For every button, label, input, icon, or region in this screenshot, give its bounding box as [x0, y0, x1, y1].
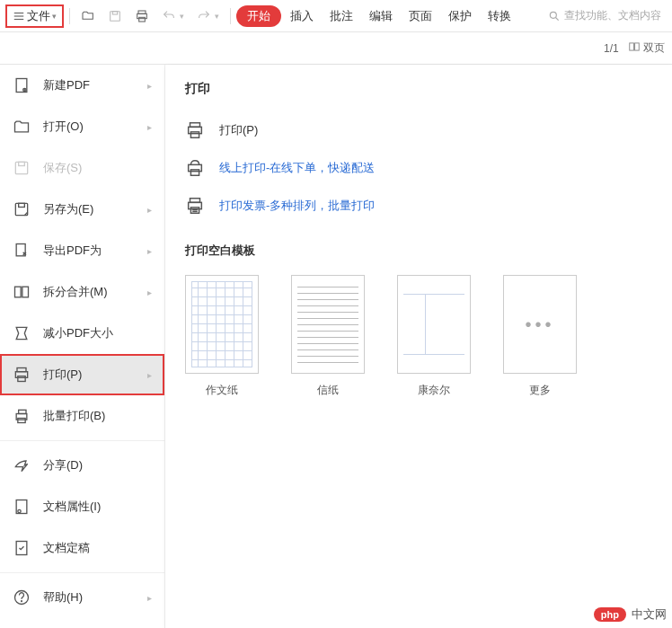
dual-page-icon: [628, 40, 641, 53]
chevron-right-icon: ▸: [147, 246, 152, 256]
tab-comment[interactable]: 批注: [323, 4, 360, 28]
template-thumb: [185, 275, 259, 374]
menu-print[interactable]: 打印(P) ▸: [0, 354, 164, 395]
redo-icon: [197, 9, 211, 23]
menu-export-pdf[interactable]: 导出PDF为 ▸: [0, 230, 164, 271]
menu-save: 保存(S): [0, 147, 164, 189]
template-composition[interactable]: 作文纸: [185, 275, 259, 398]
chevron-right-icon: ▸: [147, 81, 152, 91]
more-icon: •••: [525, 314, 554, 335]
menu-doc-props[interactable]: 文档属性(I): [0, 486, 164, 527]
chevron-down-icon: ▾: [180, 12, 184, 21]
tab-insert[interactable]: 插入: [283, 4, 321, 28]
online-print-action[interactable]: 线上打印-在线下单，快递配送: [185, 149, 652, 187]
save-icon: [108, 9, 122, 23]
main-area: 新建PDF ▸ 打开(O) ▸ 保存(S) 另存为(E) ▸ 导出PDF为 ▸ …: [0, 65, 672, 628]
chevron-right-icon: ▸: [147, 205, 152, 215]
chevron-right-icon: ▸: [147, 122, 152, 132]
chevron-down-icon: ▾: [215, 12, 219, 21]
menu-reduce-size[interactable]: 减小PDF大小: [0, 313, 164, 354]
tab-page[interactable]: 页面: [402, 4, 439, 28]
save-as-icon: [13, 200, 31, 218]
hamburger-icon: [13, 10, 25, 22]
share-icon: [13, 456, 31, 474]
menu-batch-print[interactable]: 批量打印(B): [0, 395, 164, 437]
menu-separator: [0, 572, 164, 573]
watermark-badge: php: [594, 607, 626, 622]
svg-rect-25: [18, 376, 25, 382]
split-merge-icon: [13, 283, 31, 301]
print-icon: [185, 120, 205, 140]
view-mode-button[interactable]: 双页: [628, 40, 665, 56]
redo-button[interactable]: ▾: [191, 5, 225, 27]
template-list: 作文纸 信纸 康奈尔 ••• 更多: [185, 275, 652, 398]
search-icon: [548, 10, 561, 22]
chevron-right-icon: ▸: [147, 370, 152, 380]
invoice-print-icon: [185, 196, 205, 216]
help-icon: [13, 588, 31, 606]
tab-convert[interactable]: 转换: [481, 4, 518, 28]
watermark-text: 中文网: [632, 606, 667, 623]
template-cornell[interactable]: 康奈尔: [397, 275, 471, 398]
svg-line-9: [556, 17, 559, 20]
tab-protect[interactable]: 保护: [441, 4, 479, 28]
menu-new-pdf[interactable]: 新建PDF ▸: [0, 65, 164, 106]
print-panel-heading: 打印: [185, 81, 652, 97]
folder-icon: [13, 118, 31, 136]
svg-rect-16: [15, 162, 27, 173]
save-icon: [13, 159, 31, 177]
svg-rect-27: [19, 410, 26, 413]
properties-icon: [13, 498, 31, 516]
template-heading: 打印空白模板: [185, 243, 652, 259]
chevron-right-icon: ▸: [147, 593, 152, 603]
menu-open[interactable]: 打开(O) ▸: [0, 106, 164, 147]
search-box[interactable]: 查找功能、文档内容: [543, 8, 667, 23]
svg-rect-19: [19, 203, 25, 207]
undo-button[interactable]: ▾: [156, 5, 190, 27]
menu-finalize[interactable]: 文档定稿: [0, 527, 164, 569]
template-letter[interactable]: 信纸: [291, 275, 365, 398]
svg-rect-11: [634, 43, 639, 50]
page-indicator: 1/1: [604, 42, 619, 55]
open-button[interactable]: [75, 5, 101, 27]
folder-open-icon: [81, 9, 95, 23]
template-thumb: •••: [503, 275, 577, 374]
template-thumb: [291, 275, 365, 374]
svg-point-30: [18, 509, 21, 512]
print-action[interactable]: 打印(P): [185, 111, 652, 149]
sub-toolbar: 1/1 双页: [0, 32, 672, 65]
menu-share[interactable]: 分享(D): [0, 445, 164, 486]
menu-save-as[interactable]: 另存为(E) ▸: [0, 189, 164, 230]
print-submenu-panel: 打印 打印(P) 线上打印-在线下单，快递配送 打印发票-多种排列，批量打印 打…: [165, 65, 672, 628]
online-print-label: 线上打印-在线下单，快递配送: [219, 160, 375, 176]
watermark: php 中文网: [594, 606, 667, 623]
save-button[interactable]: [102, 5, 128, 27]
print-button[interactable]: [129, 5, 155, 27]
menu-separator: [0, 440, 164, 441]
print-icon: [13, 366, 31, 384]
menu-settings[interactable]: 设置(E) ▸: [0, 618, 164, 628]
template-thumb: [397, 275, 471, 374]
svg-rect-39: [190, 170, 199, 175]
finalize-icon: [13, 539, 31, 557]
invoice-print-action[interactable]: 打印发票-多种排列，批量打印: [185, 187, 652, 225]
svg-rect-28: [18, 419, 25, 423]
template-more[interactable]: ••• 更多: [503, 275, 577, 398]
file-menu-trigger[interactable]: 文件 ▾: [5, 4, 64, 28]
svg-point-8: [550, 12, 556, 18]
svg-rect-3: [111, 11, 120, 21]
tab-edit[interactable]: 编辑: [362, 4, 400, 28]
svg-rect-10: [629, 43, 633, 50]
new-file-icon: [13, 76, 31, 94]
menu-help[interactable]: 帮助(H) ▸: [0, 577, 164, 618]
menu-split-merge[interactable]: 拆分合并(M) ▸: [0, 271, 164, 313]
print-icon: [135, 9, 149, 23]
divider: [230, 8, 231, 24]
file-menu-label: 文件: [27, 8, 50, 24]
print-action-label: 打印(P): [219, 122, 258, 138]
search-placeholder: 查找功能、文档内容: [564, 8, 661, 23]
tab-start[interactable]: 开始: [236, 5, 281, 27]
svg-rect-37: [190, 132, 199, 137]
invoice-print-label: 打印发票-多种排列，批量打印: [219, 198, 375, 214]
online-print-icon: [185, 158, 205, 178]
